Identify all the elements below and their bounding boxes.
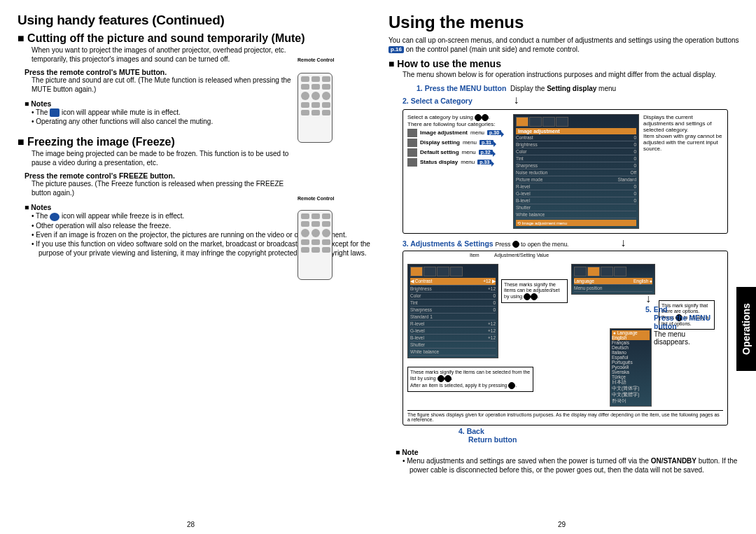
freeze-step-head: Press the remote control's FREEZE button… xyxy=(24,171,371,180)
step1-label: 1. Press the MENU button xyxy=(416,84,506,92)
page-number-right: 29 xyxy=(558,521,566,528)
page-number-left: 28 xyxy=(187,521,195,528)
remote-label-2: Remote Control xyxy=(298,196,335,201)
right-intro: You can call up on-screen menus, and con… xyxy=(388,36,742,54)
nav-lr-icon-2 xyxy=(482,114,489,121)
display-icon xyxy=(407,139,417,147)
nav-lr-icon xyxy=(475,114,482,121)
howto-body: The menu shown below is for operation in… xyxy=(402,71,742,80)
step1-row: 1. Press the MENU button Display the Set… xyxy=(416,84,742,92)
remote-label-1: Remote Control xyxy=(298,57,335,62)
cat-right-text: Displays the current adjustments and set… xyxy=(643,114,723,229)
osd-footer: ⟲ Image adjustment menu xyxy=(516,220,636,226)
step5-block: ↓ 5. End Press the MENU button The menu … xyxy=(645,293,722,346)
freeze-intro: The image being projected can be made to… xyxy=(31,150,298,167)
diagram-footer-note: The figure shows displays given for oper… xyxy=(407,410,723,422)
bottom-note-hd: Note xyxy=(396,448,742,456)
howto-title: How to use the menus xyxy=(388,58,742,69)
right-heading: Using the menus xyxy=(388,13,742,32)
remote-control-image-1 xyxy=(298,73,332,143)
gear-icon xyxy=(407,148,417,157)
mute-step-body: The picture and sound are cut off. (The … xyxy=(31,76,298,94)
step2-label: 2. Select a Category xyxy=(402,97,472,105)
arrow-down-1: ↓ xyxy=(475,94,559,106)
mute-icon xyxy=(50,108,59,117)
cat-left-panel: Select a category by using .There are fo… xyxy=(407,114,509,229)
freeze-icon xyxy=(50,213,59,221)
bottom-note: Menu adjustments and settings are saved … xyxy=(402,456,742,475)
cat-item-0: Image adjustment menu p.30 xyxy=(407,129,509,137)
mute-title: Cutting off the picture and sound tempor… xyxy=(18,32,371,45)
item-label: Item xyxy=(470,253,479,258)
osd-preview: Image adjustment Contrast0Brightness0Col… xyxy=(513,114,639,229)
adj-osd-left: ◀ Contrast+12 ▶ Brightness+12 Color0 Tin… xyxy=(407,264,498,358)
arrow-down-2: ↓ xyxy=(570,237,676,249)
cat-item-1: Display setting menu p.31 xyxy=(407,139,509,147)
left-heading: Using handy features (Continued) xyxy=(18,13,371,28)
step4-label: 4. Back xyxy=(458,427,742,435)
info-icon xyxy=(407,158,417,167)
freeze-step-body: The picture pauses. (The Freeze function… xyxy=(31,180,298,197)
mark-adj-note: These marks signify the items can be adj… xyxy=(501,279,568,303)
pref-p16: p.16 xyxy=(388,46,404,53)
adj-val-label: Adjustment/Setting Value xyxy=(494,253,549,258)
mark-sel-note: These marks signify the items can be sel… xyxy=(407,367,533,392)
step3-label: 3. Adjustments & Settings xyxy=(402,239,493,248)
category-diagram: Select a category by using .There are fo… xyxy=(402,109,728,234)
enter-icon xyxy=(512,241,519,248)
mute-intro: When you want to project the images of a… xyxy=(31,46,298,64)
section-tab-operations: Operations xyxy=(736,287,756,371)
cat-item-3: Status display menu p.33 xyxy=(407,158,509,167)
sun-icon xyxy=(407,129,417,137)
bottom-note-list: Menu adjustments and settings are saved … xyxy=(402,456,742,475)
cat-item-2: Default setting menu p.32 xyxy=(407,148,509,157)
step4-sub: Return button xyxy=(468,435,742,444)
remote-control-image-2 xyxy=(298,210,332,280)
adj-osd-right: LanguageEnglish ● Menu position xyxy=(571,264,655,295)
left-page: Using handy features (Continued) Cutting… xyxy=(0,0,382,534)
right-page: Using the menus You can call up on-scree… xyxy=(382,0,742,534)
